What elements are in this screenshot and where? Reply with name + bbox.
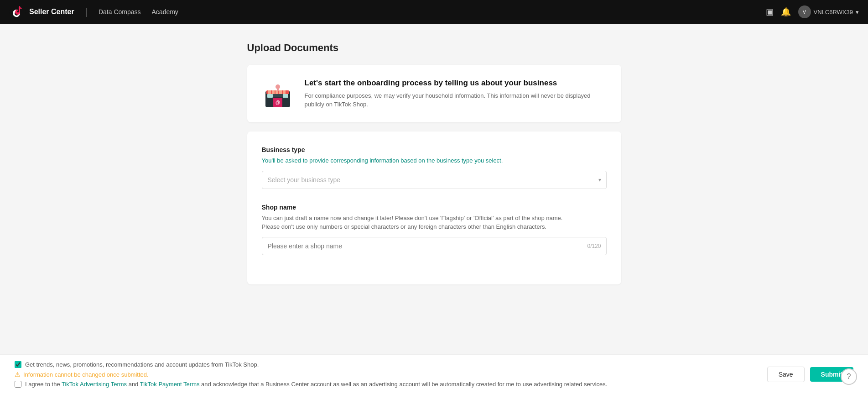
svg-text:@: @	[275, 100, 280, 105]
shop-name-hint-line2: Please don't use only numbers or special…	[262, 223, 547, 230]
store-illustration-icon: @	[262, 78, 294, 110]
nav-divider: |	[85, 7, 88, 17]
bell-icon[interactable]: 🔔	[781, 7, 791, 17]
nav-link-academy[interactable]: Academy	[152, 8, 178, 16]
nav-links: Data Compass Academy	[99, 8, 755, 16]
svg-rect-14	[277, 88, 279, 91]
shop-name-hint: You can just draft a name now and change…	[262, 214, 607, 231]
shop-name-input-wrapper: 0/120	[262, 237, 607, 255]
shop-name-counter: 0/120	[587, 243, 601, 249]
svg-rect-5	[272, 90, 275, 94]
form-card: Business type You'll be asked to provide…	[247, 131, 621, 284]
navbar-right: ▣ 🔔 V VNLC6RWX39 ▾	[766, 5, 859, 18]
page-title: Upload Documents	[247, 42, 621, 54]
shop-name-hint-line1: You can just draft a name now and change…	[262, 215, 563, 221]
page-container: Upload Documents @ Let's start the	[238, 24, 630, 330]
shop-name-section: Shop name You can just draft a name now …	[262, 204, 607, 255]
svg-rect-11	[267, 94, 273, 98]
tablet-icon[interactable]: ▣	[766, 7, 774, 17]
info-text: Let's start the onboarding process by te…	[305, 79, 607, 109]
svg-rect-4	[268, 90, 271, 94]
svg-rect-7	[279, 90, 282, 94]
navbar: Seller Center | Data Compass Academy ▣ 🔔…	[0, 0, 868, 24]
business-type-select[interactable]: Select your business type	[262, 171, 607, 189]
avatar: V	[798, 5, 811, 18]
user-menu[interactable]: V VNLC6RWX39 ▾	[798, 5, 859, 18]
username: VNLC6RWX39	[814, 9, 853, 16]
shop-name-label: Shop name	[262, 204, 607, 211]
svg-point-0	[9, 4, 26, 20]
business-type-label: Business type	[262, 146, 607, 153]
seller-center-title: Seller Center	[29, 8, 74, 16]
business-type-hint: You'll be asked to provide corresponding…	[262, 156, 607, 165]
tiktok-logo-icon	[9, 4, 26, 20]
nav-link-data-compass[interactable]: Data Compass	[99, 8, 141, 16]
info-heading: Let's start the onboarding process by te…	[305, 79, 607, 88]
user-chevron-icon: ▾	[856, 9, 859, 16]
info-card: @ Let's start the onboarding process by …	[247, 65, 621, 122]
business-type-section: Business type You'll be asked to provide…	[262, 146, 607, 189]
svg-rect-8	[283, 90, 286, 94]
brand-logo: Seller Center	[9, 4, 74, 20]
info-description: For compliance purposes, we may verify y…	[305, 91, 607, 109]
svg-rect-12	[283, 94, 288, 98]
business-type-select-wrapper: Select your business type ▾	[262, 171, 607, 189]
shop-name-input[interactable]	[262, 237, 607, 255]
